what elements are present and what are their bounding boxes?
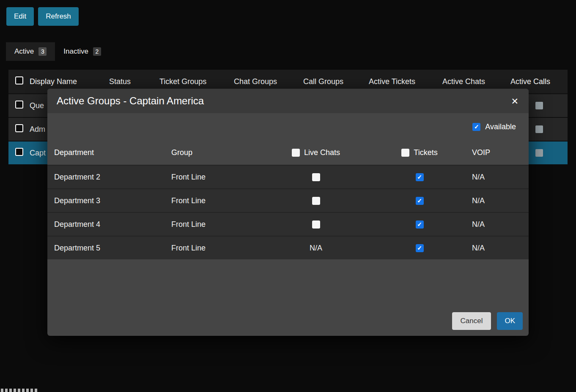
column-header-active-calls: Active Calls (510, 77, 568, 86)
column-header-voip: VOIP (466, 148, 529, 157)
tab-inactive-count-badge: 2 (93, 47, 101, 56)
tickets-checkbox[interactable] (416, 220, 424, 229)
tab-active-label: Active (14, 47, 34, 56)
group-cell: Front Line (166, 173, 259, 182)
tickets-checkbox[interactable] (416, 244, 424, 252)
column-header-display-name: Display Name (30, 77, 109, 86)
ok-button[interactable]: OK (497, 312, 523, 330)
column-header-status: Status (109, 77, 159, 86)
column-header-active-tickets: Active Tickets (369, 77, 442, 86)
tickets-checkbox[interactable] (416, 197, 424, 205)
active-calls-checkbox[interactable] (535, 102, 543, 109)
tickets-checkbox[interactable] (416, 173, 424, 181)
select-all-checkbox[interactable] (15, 76, 23, 84)
active-calls-checkbox[interactable] (535, 125, 543, 133)
department-cell: Department 2 (47, 173, 166, 182)
live-chats-checkbox[interactable] (312, 173, 320, 181)
toolbar: Edit Refresh (6, 7, 79, 26)
column-header-live-chats: Live Chats (304, 148, 340, 157)
tab-bar: Active 3 Inactive 2 (6, 42, 110, 61)
available-label: Available (485, 122, 516, 131)
modal-footer: Cancel OK (452, 312, 523, 330)
tab-inactive-label: Inactive (63, 47, 88, 56)
live-chats-na-cell: N/A (310, 244, 322, 253)
row-checkbox[interactable] (15, 124, 23, 132)
modal-header: Active Groups - Captain America ✕ (47, 89, 529, 113)
active-groups-modal: Active Groups - Captain America ✕ Availa… (47, 89, 529, 336)
group-cell: Front Line (166, 220, 259, 229)
active-calls-checkbox[interactable] (535, 149, 543, 157)
modal-table-row: Department 5 Front Line N/A N/A (47, 236, 529, 259)
row-checkbox[interactable] (15, 148, 23, 156)
column-header-call-groups: Call Groups (303, 77, 369, 86)
modal-table-row: Department 2 Front Line N/A (47, 165, 529, 188)
tab-active-count-badge: 3 (38, 47, 47, 56)
available-row: Available (47, 113, 529, 140)
voip-cell: N/A (466, 244, 529, 253)
live-chats-checkbox[interactable] (312, 197, 320, 205)
tab-inactive[interactable]: Inactive 2 (55, 42, 110, 61)
voip-cell: N/A (466, 220, 529, 229)
row-checkbox[interactable] (15, 101, 23, 109)
modal-table-row: Department 4 Front Line N/A (47, 212, 529, 236)
tab-active[interactable]: Active 3 (6, 42, 55, 61)
column-header-chat-groups: Chat Groups (234, 77, 303, 86)
group-cell: Front Line (166, 244, 259, 253)
refresh-button[interactable]: Refresh (38, 7, 79, 26)
tickets-select-all-checkbox[interactable] (401, 149, 409, 157)
modal-table-header: Department Group Live Chats Tickets VOIP (47, 140, 529, 165)
agents-page: Edit Refresh Active 3 Inactive 2 Display… (0, 0, 576, 392)
cancel-button[interactable]: Cancel (452, 312, 491, 330)
column-header-department: Department (47, 148, 166, 157)
voip-cell: N/A (466, 173, 529, 182)
voip-cell: N/A (466, 196, 529, 205)
department-cell: Department 4 (47, 220, 166, 229)
column-header-active-chats: Active Chats (442, 77, 510, 86)
department-cell: Department 3 (47, 196, 166, 205)
live-chats-checkbox[interactable] (312, 220, 320, 229)
department-cell: Department 5 (47, 244, 166, 253)
live-chats-select-all-checkbox[interactable] (292, 149, 300, 157)
available-checkbox[interactable] (472, 123, 480, 131)
modal-table-row: Department 3 Front Line N/A (47, 188, 529, 212)
modal-title: Active Groups - Captain America (57, 95, 204, 107)
column-header-group: Group (166, 148, 259, 157)
column-header-tickets: Tickets (414, 148, 437, 157)
edit-button[interactable]: Edit (6, 7, 34, 26)
clipped-text-artifact (1, 389, 37, 392)
group-cell: Front Line (166, 196, 259, 205)
close-icon[interactable]: ✕ (510, 96, 519, 106)
column-header-ticket-groups: Ticket Groups (159, 77, 234, 86)
